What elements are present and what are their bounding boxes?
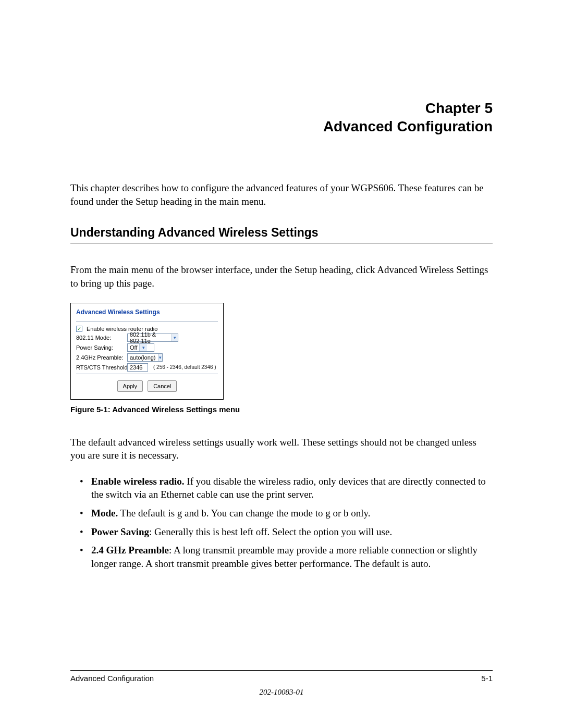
- page: Chapter 5 Advanced Configuration This ch…: [0, 0, 563, 728]
- panel-rule: [76, 321, 218, 322]
- panel-rule-bottom: [76, 374, 218, 374]
- chevron-down-icon: ▾: [172, 334, 178, 341]
- section-rule: [70, 243, 493, 243]
- power-saving-select[interactable]: Off ▾: [127, 343, 154, 352]
- footer-doc-id: 202-10083-01: [70, 688, 493, 697]
- figure-screenshot: Advanced Wireless Settings ✓ Enable wire…: [70, 303, 224, 400]
- mode-value: 802.11b & 802.11g: [128, 334, 172, 341]
- apply-button[interactable]: Apply: [117, 380, 143, 392]
- footer-left: Advanced Configuration: [70, 674, 154, 683]
- chapter-name: Advanced Configuration: [70, 117, 493, 135]
- preamble-select[interactable]: auto(long) ▾: [127, 353, 163, 362]
- chevron-down-icon: ▾: [158, 354, 162, 361]
- list-item: Mode. The default is g and b. You can ch…: [80, 507, 493, 520]
- bullet-text: : Generally this is best left off. Selec…: [149, 526, 392, 537]
- panel-title: Advanced Wireless Settings: [76, 309, 218, 316]
- footer-rule: [70, 670, 493, 671]
- rts-row: RTS/CTS Threshold: 2346 ( 256 - 2346, de…: [76, 363, 218, 372]
- rts-hint: ( 256 - 2346, default 2346 ): [153, 364, 216, 370]
- list-item: Enable wireless radio. If you disable th…: [80, 475, 493, 501]
- preamble-label: 2.4GHz Preamble:: [76, 354, 125, 361]
- bullet-bold: Enable wireless radio.: [91, 476, 185, 487]
- chapter-number: Chapter 5: [70, 99, 493, 117]
- power-saving-value: Off: [128, 344, 139, 351]
- preamble-value: auto(long): [128, 354, 158, 361]
- mode-label: 802.11 Mode:: [76, 335, 125, 341]
- bullet-text: The default is g and b. You can change t…: [118, 508, 370, 519]
- cancel-button[interactable]: Cancel: [148, 380, 177, 392]
- chapter-title-block: Chapter 5 Advanced Configuration: [70, 99, 493, 135]
- rts-input[interactable]: 2346: [127, 363, 148, 372]
- chevron-down-icon: ▾: [139, 344, 147, 351]
- footer-page-number: 5-1: [481, 674, 493, 683]
- button-row: Apply Cancel: [76, 380, 218, 392]
- bullet-bold: Mode.: [91, 508, 118, 519]
- bullet-list: Enable wireless radio. If you disable th…: [80, 475, 493, 571]
- intro-paragraph: This chapter describes how to configure …: [70, 181, 493, 208]
- preamble-row: 2.4GHz Preamble: auto(long) ▾: [76, 353, 218, 362]
- mode-row: 802.11 Mode: 802.11b & 802.11g ▾: [76, 334, 218, 342]
- footer-line: Advanced Configuration 5-1: [70, 674, 493, 683]
- bullet-bold: Power Saving: [91, 526, 149, 537]
- power-saving-label: Power Saving:: [76, 344, 125, 351]
- page-footer: Advanced Configuration 5-1 202-10083-01: [70, 670, 493, 697]
- list-item: Power Saving: Generally this is best lef…: [80, 525, 493, 539]
- power-saving-row: Power Saving: Off ▾: [76, 343, 218, 352]
- rts-label: RTS/CTS Threshold:: [76, 364, 125, 371]
- para-before-figure: From the main menu of the browser interf…: [70, 263, 493, 290]
- para-after-figure: The default advanced wireless settings u…: [70, 436, 493, 462]
- list-item: 2.4 GHz Preamble: A long transmit preamb…: [80, 544, 493, 570]
- figure-caption: Figure 5-1: Advanced Wireless Settings m…: [70, 405, 493, 414]
- enable-radio-checkbox[interactable]: ✓: [76, 326, 82, 332]
- mode-select[interactable]: 802.11b & 802.11g ▾: [127, 334, 178, 342]
- section-heading: Understanding Advanced Wireless Settings: [70, 226, 493, 240]
- bullet-bold: 2.4 GHz Preamble: [91, 545, 169, 556]
